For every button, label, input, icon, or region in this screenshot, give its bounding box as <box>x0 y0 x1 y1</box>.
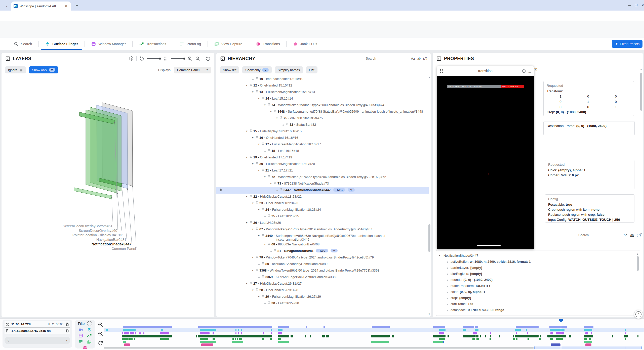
match-case-toggle[interactable]: Aa <box>411 57 415 60</box>
pin-icon[interactable] <box>255 201 259 204</box>
regex-toggle[interactable]: (.*) <box>423 57 427 60</box>
property-row[interactable]: crop:{empty} <box>438 295 640 301</box>
expand-arrow-icon[interactable]: ▼ <box>257 234 261 238</box>
pin-icon[interactable] <box>249 282 253 285</box>
properties-search-input[interactable] <box>578 233 611 237</box>
collapse-panel-icon[interactable] <box>5 56 11 61</box>
pin-icon[interactable] <box>261 262 265 265</box>
expand-arrow-icon[interactable]: ▼ <box>438 254 444 257</box>
property-row[interactable]: barrierLayer:[empty] <box>438 265 640 271</box>
pin-icon[interactable] <box>249 195 253 198</box>
layer-label[interactable]: ScreenDecorOverlayBottom#61 <box>63 224 112 228</box>
layers-3d-view[interactable]: ScreenDecorOverlayBottom#61ScreenDecorOv… <box>2 75 214 317</box>
show-only-button[interactable]: Show only V <box>29 66 58 73</box>
hierarchy-row[interactable]: 82 -StatusBar#82 <box>216 122 429 128</box>
pin-icon[interactable] <box>286 123 289 126</box>
property-row[interactable]: dataspace:BT709 sRGB Full range <box>438 307 640 313</box>
expand-arrow-icon[interactable]: ▼ <box>257 142 261 146</box>
match-word-toggle[interactable]: ab <box>630 233 634 237</box>
pin-icon[interactable] <box>255 90 259 93</box>
expand-arrow-icon[interactable]: ▼ <box>251 269 255 273</box>
layer-label[interactable]: NotificationShade#3447 <box>92 242 131 246</box>
hierarchy-row[interactable]: ▼20 -FullscreenMagnification:17:17#20 <box>216 161 429 167</box>
hierarchy-row[interactable]: ▼16 -OneHanded:16:16#16 <box>216 135 429 141</box>
transition-screenshot-dialog[interactable]: transition _ P: 0 / 1 dX: 0.0 dY: 0.0 Xv… <box>437 66 534 249</box>
layer-label[interactable]: PointerLocation - display 0#134 <box>72 233 122 237</box>
tab-close-icon[interactable]: ✕ <box>64 4 68 8</box>
reset-view-icon[interactable] <box>205 56 211 61</box>
pin-icon[interactable] <box>261 295 265 298</box>
pin-icon[interactable] <box>273 182 277 185</box>
hierarchy-row[interactable]: ▼13 -FullscreenMagnification:15:15#13 <box>216 89 429 96</box>
match-case-toggle[interactable]: Aa <box>624 233 627 237</box>
expand-arrow-icon[interactable]: ▼ <box>251 90 255 94</box>
simplify-names-button[interactable]: Simplify names <box>275 66 303 73</box>
window-manager-filter-icon[interactable] <box>78 333 83 338</box>
pin-icon[interactable] <box>267 175 271 178</box>
pin-icon[interactable] <box>279 116 283 119</box>
property-row[interactable]: blurRegions:[empty] <box>438 271 640 277</box>
frame-step-control[interactable]: ‹ › <box>5 337 70 344</box>
tab-search[interactable]: Search <box>7 38 38 50</box>
hierarchy-row[interactable]: 81 -NavigationBar0#81HWCV <box>216 248 429 254</box>
expand-arrow-icon[interactable]: ▼ <box>263 103 267 107</box>
hierarchy-row[interactable]: ▼14 -Leaf:15:15#14 <box>216 96 429 102</box>
expand-arrow-icon[interactable]: ▼ <box>245 282 249 286</box>
expand-arrow-icon[interactable]: ▼ <box>245 129 249 133</box>
hierarchy-row[interactable]: 3369 -67726bf EdgeBackGestureHandler0#33… <box>216 274 429 281</box>
match-word-toggle[interactable]: ab <box>417 57 421 60</box>
hierarchy-row[interactable]: ▼3368 -WindowToken{f6b2f60 type=2024 and… <box>216 268 429 274</box>
next-frame-button[interactable]: › <box>66 338 67 343</box>
expand-arrow-icon[interactable]: ▼ <box>251 162 255 166</box>
pin-icon[interactable] <box>255 77 259 80</box>
hierarchy-row[interactable]: ▼21 -Leaf:17:17#21 <box>216 167 429 174</box>
filter-presets-button[interactable]: Filter Presets <box>612 40 642 48</box>
tab-view-capture[interactable]: View Capture <box>208 38 249 50</box>
hierarchy-row[interactable]: 3447 -NotificationShade#3447HWCV <box>216 187 429 194</box>
expand-arrow-icon[interactable]: ▼ <box>251 288 255 292</box>
pin-icon[interactable] <box>279 188 283 191</box>
hierarchy-row[interactable]: ▼68 -885b63e NavigationBar0#68 <box>216 241 429 248</box>
pin-icon[interactable] <box>261 234 265 237</box>
hierarchy-row[interactable]: ▼3448 -Surface(name=ed70f88 StatusBar)/@… <box>216 109 429 115</box>
expand-arrow-icon[interactable]: ▼ <box>251 227 255 231</box>
collapse-filter-icon[interactable]: ⌃ <box>87 321 92 326</box>
pin-icon[interactable] <box>267 301 271 304</box>
hierarchy-row[interactable]: ▼22 -HideDisplayCutout:18:23#22 <box>216 194 429 200</box>
pin-icon[interactable] <box>261 275 265 278</box>
hierarchy-row[interactable]: ▼67 -WindowToken{e5176f9 type=2019 andro… <box>216 226 429 233</box>
minimize-icon[interactable]: _ <box>529 69 531 73</box>
pin-icon[interactable] <box>261 142 265 146</box>
hierarchy-row[interactable]: ▼28 -OneHanded:26:31#28 <box>216 287 429 294</box>
tab-transitions[interactable]: Transitions <box>249 38 286 50</box>
pin-icon[interactable] <box>267 149 271 152</box>
spacing-slider[interactable] <box>171 58 185 59</box>
property-row[interactable]: bounds:(0, 0) - (1080, 2400) <box>438 277 640 283</box>
window-close-button[interactable]: ✕ <box>640 3 644 8</box>
displays-select[interactable]: Common Panel ▼ <box>174 67 211 73</box>
hierarchy-row[interactable]: ▼27 -HideDisplayCutout:26:31#27 <box>216 281 429 287</box>
hierarchy-row[interactable]: 80 -ace6abb SecondaryHomeHandle0#80 <box>216 261 429 268</box>
new-tab-button[interactable]: + <box>74 3 80 9</box>
pin-icon[interactable] <box>255 255 259 259</box>
hierarchy-row[interactable]: ▼72 -WindowToken{a2746de type=2040 andro… <box>216 174 429 181</box>
pin-icon[interactable] <box>267 242 271 246</box>
tab-transactions[interactable]: Transactions <box>132 38 173 50</box>
pin-icon[interactable] <box>273 110 277 113</box>
hierarchy-row[interactable]: ▼79 -WindowToken{7046b4a type=2024 andro… <box>216 254 429 261</box>
pin-icon[interactable] <box>255 288 259 291</box>
screen-recording-filter-icon[interactable] <box>78 327 83 332</box>
window-minimize-button[interactable]: — <box>627 3 632 8</box>
layer-label[interactable]: ScreenDecorOverlay#60 <box>79 229 117 233</box>
expand-arrow-icon[interactable]: ▼ <box>269 182 273 186</box>
timeline-zoom-out-icon[interactable] <box>98 331 104 337</box>
hierarchy-row[interactable]: 10 -ImePlaceholder:13:14#10 <box>216 76 429 82</box>
hierarchy-row[interactable]: ▼3449 -Surface(name=885b63e NavigationBa… <box>216 233 429 241</box>
tab-jank-cujs[interactable]: Jank CUJs <box>286 38 324 50</box>
transactions-filter-icon[interactable] <box>87 333 92 338</box>
expand-arrow-icon[interactable]: ▼ <box>269 110 273 114</box>
expand-arrow-icon[interactable]: ▼ <box>257 168 261 172</box>
view-capture-filter-icon[interactable] <box>87 339 92 344</box>
show-only-button[interactable]: Show only V <box>242 66 272 73</box>
pin-icon[interactable] <box>249 221 253 224</box>
